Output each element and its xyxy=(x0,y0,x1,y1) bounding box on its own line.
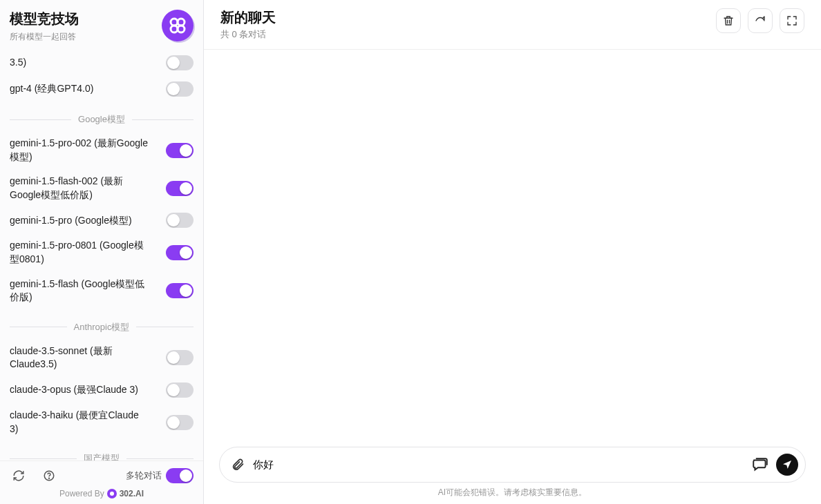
model-label: gpt-4 (经典GPT4.0) xyxy=(10,82,93,96)
model-label: claude-3.5-sonnet (最新Claude3.5) xyxy=(10,345,148,371)
multiturn-toggle[interactable] xyxy=(166,468,194,483)
svg-point-6 xyxy=(110,492,114,496)
input-bar xyxy=(219,447,806,483)
svg-point-5 xyxy=(49,478,50,478)
model-row: gemini-1.5-pro (Google模型) xyxy=(10,207,194,233)
app-title: 模型竞技场 xyxy=(10,10,79,28)
model-toggle[interactable] xyxy=(166,382,194,398)
model-toggle[interactable] xyxy=(166,81,194,97)
main-panel: 新的聊天 共 0 条对话 xyxy=(204,0,821,504)
message-input[interactable] xyxy=(253,459,743,471)
chat-subtitle: 共 0 条对话 xyxy=(220,28,276,41)
model-row: claude-3-opus (最强Claude 3) xyxy=(10,377,194,403)
model-label: gemini-1.5-flash (Google模型低价版) xyxy=(10,278,148,304)
section-divider: 国产模型 xyxy=(10,452,194,461)
chat-messages xyxy=(204,50,821,437)
model-row: gemini-1.5-flash (Google模型低价版) xyxy=(10,272,194,310)
model-row: gemini-1.5-pro-0801 (Google模型0801) xyxy=(10,233,194,271)
powered-logo-icon xyxy=(107,489,117,498)
input-zone: AI可能会犯错误。请考虑核实重要信息。 xyxy=(204,437,821,504)
header-actions xyxy=(716,8,804,33)
model-label: claude-3-opus (最强Claude 3) xyxy=(10,383,138,397)
model-toggle[interactable] xyxy=(166,143,194,158)
delete-button[interactable] xyxy=(716,8,741,33)
model-row: gemini-1.5-pro-002 (最新Google模型) xyxy=(10,131,194,169)
section-divider: Google模型 xyxy=(10,113,194,126)
app-logo xyxy=(162,10,194,41)
model-label: gemini-1.5-pro (Google模型) xyxy=(10,214,132,228)
powered-by: Powered By 302.AI xyxy=(10,485,194,500)
main-header: 新的聊天 共 0 条对话 xyxy=(204,0,821,50)
fullscreen-button[interactable] xyxy=(780,8,804,33)
model-list[interactable]: 3.5)gpt-4 (经典GPT4.0)Google模型gemini-1.5-p… xyxy=(0,50,203,461)
app-subtitle: 所有模型一起回答 xyxy=(10,31,79,43)
help-button[interactable] xyxy=(40,467,58,485)
svg-point-3 xyxy=(178,26,185,32)
model-row: claude-3-haiku (最便宜Claude 3) xyxy=(10,403,194,441)
section-label: 国产模型 xyxy=(84,452,120,461)
model-toggle[interactable] xyxy=(166,213,194,228)
model-label: gemini-1.5-pro-0801 (Google模型0801) xyxy=(10,239,148,266)
model-row: claude-3.5-sonnet (最新Claude3.5) xyxy=(10,339,194,377)
sidebar-header: 模型竞技场 所有模型一起回答 xyxy=(0,0,203,50)
model-toggle[interactable] xyxy=(166,245,194,260)
section-label: Google模型 xyxy=(78,113,125,126)
disclaimer-text: AI可能会犯错误。请考虑核实重要信息。 xyxy=(219,483,806,500)
model-row: gpt-4 (经典GPT4.0) xyxy=(10,76,194,102)
section-label: Anthropic模型 xyxy=(74,321,130,333)
model-toggle[interactable] xyxy=(166,181,194,196)
multiturn-label: 多轮对话 xyxy=(126,469,162,482)
chat-mode-button[interactable] xyxy=(751,456,769,474)
model-toggle[interactable] xyxy=(166,283,194,298)
sidebar-footer: 多轮对话 Powered By 302.AI xyxy=(0,461,203,504)
model-row: 3.5) xyxy=(10,50,194,76)
sidebar: 模型竞技场 所有模型一起回答 3.5)gpt-4 (经典GPT4.0)Googl… xyxy=(0,0,204,504)
share-button[interactable] xyxy=(748,8,773,33)
attachment-button[interactable] xyxy=(231,458,245,472)
model-toggle[interactable] xyxy=(166,55,194,70)
chat-title: 新的聊天 xyxy=(220,8,276,27)
section-divider: Anthropic模型 xyxy=(10,321,194,333)
model-label: gemini-1.5-flash-002 (最新Google模型低价版) xyxy=(10,175,148,202)
model-toggle[interactable] xyxy=(166,415,194,430)
model-toggle[interactable] xyxy=(166,350,194,365)
send-button[interactable] xyxy=(776,454,798,476)
model-label: gemini-1.5-pro-002 (最新Google模型) xyxy=(10,137,148,164)
model-label: claude-3-haiku (最便宜Claude 3) xyxy=(10,409,148,436)
model-label: 3.5) xyxy=(10,56,26,70)
model-row: gemini-1.5-flash-002 (最新Google模型低价版) xyxy=(10,169,194,207)
refresh-button[interactable] xyxy=(10,467,28,485)
